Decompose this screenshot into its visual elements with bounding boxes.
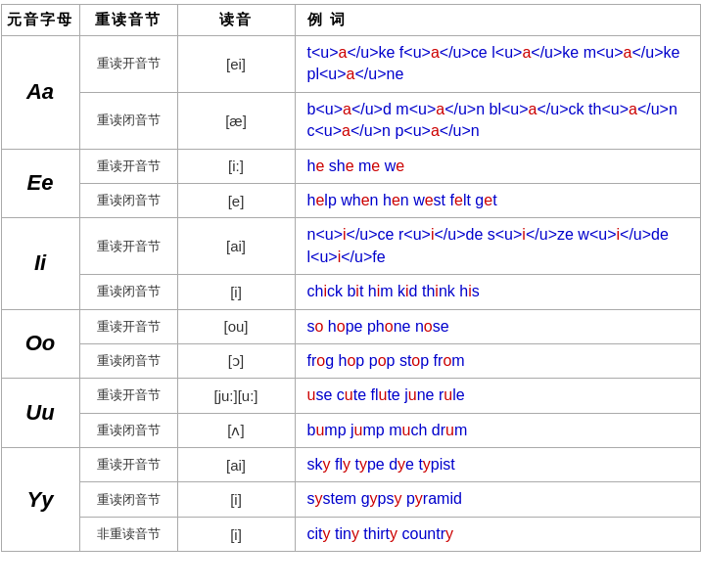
example-words: he she me we bbox=[295, 149, 700, 183]
phonetic-sound: [ʌ] bbox=[177, 413, 295, 447]
example-words: system gypsy pyramid bbox=[295, 482, 700, 517]
example-words: help when hen west felt get bbox=[295, 183, 700, 217]
vowel-letter-ii: Ii bbox=[1, 218, 79, 309]
phonetic-sound: [ou] bbox=[177, 309, 295, 343]
stress-type: 重读闭音节 bbox=[79, 183, 177, 217]
example-words: use cute flute june rule bbox=[295, 379, 700, 413]
example-words: so hope phone nose bbox=[295, 309, 700, 343]
vowel-letter-ee: Ee bbox=[1, 149, 79, 218]
example-words: t<u>a</u>ke f<u>a</u>ce l<u>a</u>ke m<u>… bbox=[295, 36, 700, 93]
example-words: sky fly type dye typist bbox=[295, 448, 700, 482]
vowel-letter-uu: Uu bbox=[1, 379, 79, 448]
phonetic-sound: [ɔ] bbox=[177, 343, 295, 378]
stress-type: 重读闭音节 bbox=[79, 413, 177, 447]
example-words: n<u>i</u>ce r<u>i</u>de s<u>i</u>ze w<u>… bbox=[295, 218, 700, 275]
phonetic-sound: [e] bbox=[177, 183, 295, 217]
header-col3: 读音 bbox=[177, 5, 295, 36]
stress-type: 重读闭音节 bbox=[79, 92, 177, 149]
phonetic-sound: [ei] bbox=[177, 36, 295, 93]
phonetic-sound: [ai] bbox=[177, 218, 295, 275]
vowel-letter-oo: Oo bbox=[1, 309, 79, 379]
stress-type: 重读开音节 bbox=[79, 218, 177, 275]
phonetic-sound: [æ] bbox=[177, 92, 295, 149]
stress-type: 非重读音节 bbox=[79, 517, 177, 551]
stress-type: 重读开音节 bbox=[79, 149, 177, 183]
stress-type: 重读开音节 bbox=[79, 309, 177, 343]
stress-type: 重读开音节 bbox=[79, 448, 177, 482]
vowel-letter-yy: Yy bbox=[1, 448, 79, 552]
header-col4: 例 词 bbox=[295, 5, 700, 36]
stress-type: 重读开音节 bbox=[79, 379, 177, 413]
example-words: bump jump much drum bbox=[295, 413, 700, 447]
vowel-letter-aa: Aa bbox=[1, 36, 79, 150]
example-words: b<u>a</u>d m<u>a</u>n bl<u>a</u>ck th<u>… bbox=[295, 92, 700, 149]
phonetic-sound: [ju:][u:] bbox=[177, 379, 295, 413]
stress-type: 重读闭音节 bbox=[79, 343, 177, 378]
header-col1: 元音字母 bbox=[1, 5, 79, 36]
header-col2: 重读音节 bbox=[79, 5, 177, 36]
phonetic-sound: [i] bbox=[177, 482, 295, 517]
stress-type: 重读闭音节 bbox=[79, 275, 177, 309]
phonetic-sound: [ai] bbox=[177, 448, 295, 482]
example-words: chick bit him kid think his bbox=[295, 275, 700, 309]
phonetic-sound: [i] bbox=[177, 275, 295, 309]
stress-type: 重读开音节 bbox=[79, 36, 177, 93]
example-words: frog hop pop stop from bbox=[295, 343, 700, 378]
stress-type: 重读闭音节 bbox=[79, 482, 177, 517]
phonetic-sound: [i] bbox=[177, 517, 295, 551]
phonetic-sound: [i:] bbox=[177, 149, 295, 183]
example-words: city tiny thirty country bbox=[295, 517, 700, 551]
